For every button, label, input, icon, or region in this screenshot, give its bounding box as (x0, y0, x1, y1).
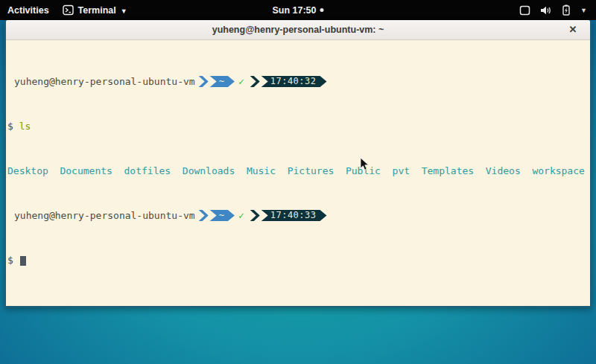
chevron-down-icon: ▼ (580, 7, 587, 14)
app-menu-label: Terminal (78, 5, 116, 16)
screen-icon (519, 5, 530, 16)
notification-dot-icon (320, 8, 324, 12)
prompt-line: yuheng@henry-personal-ubuntu-vm ~ ✓ 17:4… (7, 76, 589, 87)
prompt-user-host: yuheng@henry-personal-ubuntu-vm (14, 210, 195, 221)
window-title: yuheng@henry-personal-ubuntu-vm: ~ (212, 25, 384, 35)
system-menu[interactable]: ▼ (519, 4, 596, 16)
prompt-cwd-segment: ~ (210, 76, 235, 87)
top-bar: Activities Terminal ▼ Sun 17:50 (0, 0, 596, 20)
powerline-chevron-icon (199, 76, 209, 87)
terminal-cursor (20, 256, 26, 266)
prompt-time-segment: 17:40:32 (261, 76, 327, 87)
clock-button[interactable]: Sun 17:50 (272, 5, 323, 16)
desktop[interactable]: { "top_bar": { "activities_label": "Acti… (0, 0, 596, 364)
chevron-down-icon: ▼ (121, 7, 127, 15)
prompt-line: yuheng@henry-personal-ubuntu-vm ~ ✓ 17:4… (7, 210, 589, 221)
prompt-user-host: yuheng@henry-personal-ubuntu-vm (14, 76, 195, 87)
activities-button[interactable]: Activities (7, 5, 49, 16)
mouse-cursor-icon (360, 157, 370, 171)
app-menu-terminal[interactable]: Terminal ▼ (63, 4, 127, 16)
battery-charging-icon (562, 4, 571, 16)
command-line: $ ls (7, 121, 589, 132)
clock-label: Sun 17:50 (272, 5, 316, 16)
powerline-chevron-icon (199, 210, 209, 221)
prompt-symbol: $ (7, 255, 13, 266)
terminal-window: yuheng@henry-personal-ubuntu-vm: ~ ✕ yuh… (4, 20, 592, 307)
terminal-body[interactable]: yuheng@henry-personal-ubuntu-vm ~ ✓ 17:4… (6, 40, 590, 306)
window-titlebar[interactable]: yuheng@henry-personal-ubuntu-vm: ~ ✕ (6, 20, 590, 40)
prompt-time-segment: 17:40:33 (261, 210, 327, 221)
ls-output-line: Desktop Documents dotfiles Downloads Mus… (7, 165, 589, 176)
volume-icon (540, 5, 552, 16)
close-button[interactable]: ✕ (566, 23, 580, 36)
command-text: ls (19, 121, 31, 132)
powerline-chevron-icon (250, 210, 260, 221)
powerline-chevron-icon (250, 76, 260, 87)
terminal-app-icon (63, 4, 74, 16)
command-line: $ (7, 255, 589, 266)
status-check-icon: ✓ (238, 210, 244, 221)
prompt-symbol: $ (7, 121, 13, 132)
status-check-icon: ✓ (238, 76, 244, 87)
prompt-cwd-segment: ~ (210, 210, 235, 221)
